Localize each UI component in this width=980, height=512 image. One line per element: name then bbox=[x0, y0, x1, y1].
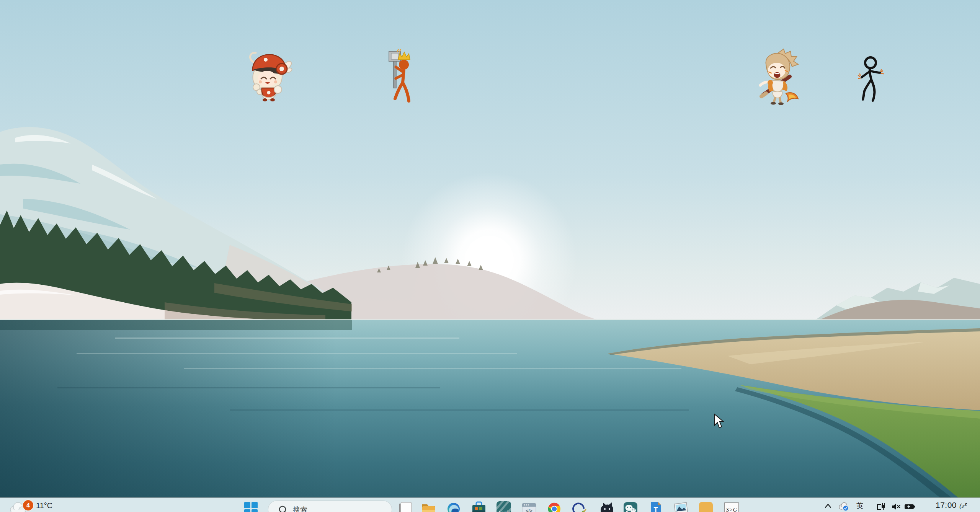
battery-button[interactable] bbox=[904, 502, 916, 512]
usb-tray-button[interactable] bbox=[876, 502, 887, 512]
orange-notes-button[interactable] bbox=[698, 501, 714, 512]
cat-icon bbox=[598, 501, 614, 512]
edge-icon bbox=[446, 501, 461, 512]
black-stick-figure[interactable] bbox=[857, 54, 884, 104]
loaf-icon: Loaf bbox=[497, 501, 511, 512]
search-icon bbox=[278, 505, 288, 512]
sleep-glyph-sup: z bbox=[965, 502, 967, 506]
s-to-g-button[interactable]: S>G bbox=[724, 501, 739, 512]
tray-clock[interactable]: 17:00 bbox=[936, 501, 957, 510]
task-view-button[interactable] bbox=[398, 501, 413, 512]
typora-button[interactable]: T bbox=[648, 501, 664, 512]
chevron-up-icon bbox=[823, 502, 833, 510]
orange-notes-icon bbox=[699, 502, 713, 512]
sleep-glyph: (z bbox=[959, 502, 965, 510]
taskbar: 4 11°C 搜索 bbox=[0, 497, 980, 512]
photo-viewer-button[interactable] bbox=[673, 501, 689, 512]
battery-charging-icon bbox=[904, 502, 916, 511]
s-to-g-icon: S>G bbox=[724, 502, 739, 512]
typora-icon: T bbox=[648, 501, 664, 512]
clash-cat-button[interactable] bbox=[598, 501, 614, 512]
chrome-button[interactable] bbox=[547, 501, 562, 512]
file-explorer-icon bbox=[421, 501, 436, 512]
cloud-tray-icon bbox=[838, 502, 849, 511]
loop-app-button[interactable] bbox=[571, 501, 586, 512]
usb-plug-icon bbox=[876, 502, 887, 511]
code-glyph: </> bbox=[526, 508, 532, 512]
windows-desktop: 4 11°C 搜索 bbox=[0, 0, 980, 512]
loaf-label: Loaf bbox=[498, 509, 508, 512]
volume-muted-icon bbox=[891, 502, 902, 511]
s-to-g-label: S>G bbox=[726, 507, 737, 512]
code-editor-icon: </> bbox=[521, 501, 537, 512]
file-explorer-button[interactable] bbox=[421, 501, 436, 512]
loaf-app-button[interactable]: Loaf bbox=[497, 501, 512, 512]
task-view-icon bbox=[398, 501, 413, 512]
yoimiya-chibi[interactable] bbox=[756, 48, 800, 106]
toolbox-app-button[interactable] bbox=[471, 501, 487, 512]
toolbox-icon bbox=[471, 501, 487, 512]
search-placeholder: 搜索 bbox=[293, 505, 307, 512]
widgets-badge: 4 bbox=[22, 499, 34, 511]
typora-glyph: T bbox=[654, 506, 658, 512]
chrome-icon bbox=[547, 501, 562, 512]
start-logo-icon bbox=[244, 502, 250, 508]
arrow-cursor bbox=[714, 413, 725, 429]
loop-icon bbox=[571, 501, 586, 512]
edge-browser-button[interactable] bbox=[446, 501, 461, 512]
widgets-button[interactable]: 4 11°C bbox=[7, 499, 76, 512]
wechat-button[interactable] bbox=[623, 501, 638, 512]
ime-indicator[interactable]: 英 bbox=[856, 501, 863, 510]
start-button[interactable] bbox=[244, 502, 258, 512]
orange-stick-figure-crown[interactable] bbox=[386, 49, 416, 106]
search-box[interactable]: 搜索 bbox=[268, 501, 392, 512]
klee-chibi[interactable] bbox=[242, 46, 294, 103]
photo-viewer-icon bbox=[673, 501, 689, 512]
sleep-tray-button[interactable]: (zz bbox=[959, 502, 967, 510]
volume-muted-button[interactable] bbox=[891, 502, 902, 512]
wechat-icon bbox=[623, 501, 638, 512]
tray-cloud-button[interactable] bbox=[838, 502, 849, 512]
code-editor-button[interactable]: </> bbox=[521, 501, 537, 512]
tray-chevron-button[interactable] bbox=[823, 502, 833, 512]
wallpaper-lake-scene bbox=[0, 0, 980, 512]
temperature-label: 11°C bbox=[36, 501, 52, 510]
